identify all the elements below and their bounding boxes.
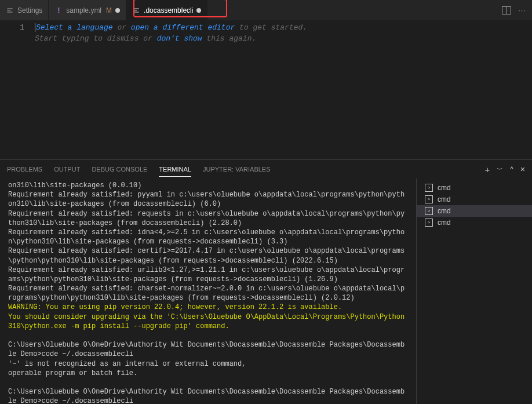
tab-docassemblecli[interactable]: .docassemblecli [126, 0, 207, 20]
split-editor-icon[interactable] [502, 6, 511, 14]
terminal-line: Requirement already satisfied: charset-n… [8, 285, 405, 302]
terminal-line: Requirement already satisfied: certifi>=… [8, 247, 405, 264]
panel-actions: + ﹀ ^ × [484, 165, 525, 174]
text-cursor [35, 23, 35, 32]
more-actions-icon[interactable]: ··· [518, 6, 526, 14]
settings-icon [6, 6, 14, 14]
tab-bar-actions: ··· [502, 6, 532, 14]
settings-icon [132, 6, 140, 14]
terminal-icon: > [425, 207, 433, 215]
new-terminal-icon[interactable]: + [484, 165, 490, 174]
terminal-line: on310\lib\site-packages (0.0.10) [8, 181, 141, 190]
tab-sample-yml[interactable]: ! sample.yml M [49, 0, 126, 20]
terminal-icon: > [425, 195, 433, 203]
tab-label: .docassemblecli [144, 6, 193, 14]
terminal-line: C:\Users\Oluebube O\OneDrive\Authority W… [8, 341, 405, 358]
terminal-name: cmd [438, 207, 451, 215]
modified-indicator: M [106, 6, 112, 14]
placeholder-link[interactable]: Select a language [36, 23, 113, 32]
terminal-line: Requirement already satisfied: pyyaml in… [8, 191, 405, 208]
panel-tab-terminal[interactable]: TERMINAL [159, 162, 191, 177]
close-panel-icon[interactable]: × [520, 165, 525, 174]
terminal-list-item[interactable]: > cmd [417, 205, 532, 217]
maximize-panel-icon[interactable]: ^ [510, 165, 513, 173]
bottom-panel: PROBLEMS OUTPUT DEBUG CONSOLE TERMINAL J… [0, 159, 532, 404]
line-number-gutter: 1 [0, 23, 35, 159]
panel-tab-debug-console[interactable]: DEBUG CONSOLE [92, 162, 147, 176]
placeholder-text: or [113, 23, 131, 32]
terminal-icon: > [425, 219, 433, 227]
terminal-name: cmd [438, 195, 451, 203]
placeholder-link[interactable]: open a different editor [131, 23, 235, 32]
panel-tab-jupyter-variables[interactable]: JUPYTER: VARIABLES [203, 162, 271, 176]
dirty-indicator-icon [115, 8, 120, 13]
editor-content[interactable]: Select a language or open a different ed… [35, 23, 532, 159]
terminal-line: Requirement already satisfied: urllib3<1… [8, 266, 405, 283]
terminal-line: WARNING: You are using pip version 22.0.… [8, 303, 342, 311]
terminal-list-item[interactable]: > cmd [417, 194, 532, 205]
terminal-line: C:\Users\Oluebube O\OneDrive\Authority W… [8, 388, 405, 404]
terminal-output[interactable]: on310\lib\site-packages (0.0.10) Require… [0, 179, 416, 404]
editor-area[interactable]: 1 Select a language or open a different … [0, 20, 532, 159]
panel-body: on310\lib\site-packages (0.0.10) Require… [0, 179, 532, 404]
tab-label: sample.yml [66, 6, 101, 14]
terminal-line: Requirement already satisfied: requests … [8, 210, 405, 227]
terminal-line: You should consider upgrading via the 'C… [8, 313, 405, 330]
terminal-line: Requirement already satisfied: idna<4,>=… [8, 228, 405, 246]
placeholder-link[interactable]: don't show [157, 34, 202, 43]
terminal-list-item[interactable]: > cmd [417, 217, 532, 228]
tab-label: Settings [17, 6, 42, 14]
panel-tab-output[interactable]: OUTPUT [54, 162, 80, 176]
dirty-indicator-icon [196, 8, 201, 13]
placeholder-text: to get started. [235, 23, 307, 32]
panel-tabs: PROBLEMS OUTPUT DEBUG CONSOLE TERMINAL J… [0, 160, 532, 179]
terminal-icon: > [425, 184, 433, 192]
terminal-name: cmd [438, 184, 451, 192]
placeholder-text: Start typing to dismiss or [35, 34, 157, 43]
chevron-down-icon[interactable]: ﹀ [497, 165, 503, 174]
terminal-list-item[interactable]: > cmd [417, 182, 532, 194]
tab-settings[interactable]: Settings [0, 0, 49, 20]
yaml-icon: ! [54, 6, 63, 14]
terminal-name: cmd [438, 219, 451, 227]
terminal-line: operable program or batch file. [8, 369, 137, 377]
terminal-list: > cmd > cmd > cmd > cmd [416, 179, 532, 404]
panel-tab-problems[interactable]: PROBLEMS [7, 162, 42, 176]
line-number: 1 [6, 23, 24, 34]
terminal-line: '~' is not recognized as an internal or … [8, 360, 246, 368]
tab-bar: Settings ! sample.yml M .docassemblecli … [0, 0, 532, 20]
placeholder-text: this again. [202, 34, 257, 43]
